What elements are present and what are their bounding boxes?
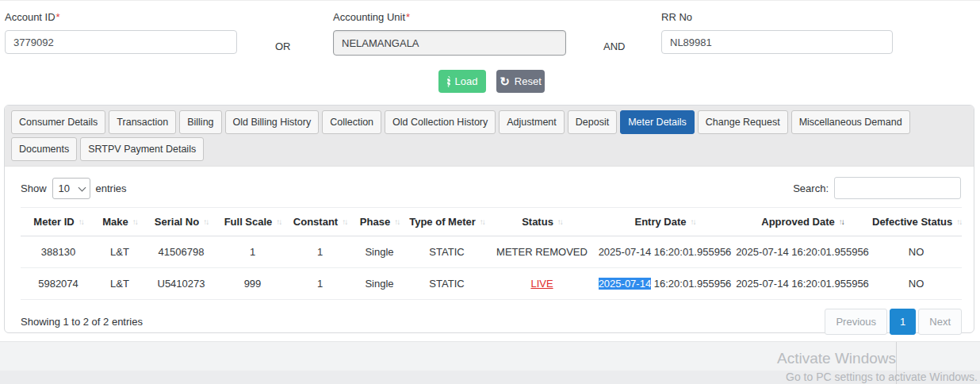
cell-entry-date: 2025-07-14 16:20:01.955956 [595,268,734,300]
column-header-constant[interactable]: Constant↑↓ [286,208,354,236]
column-header-serial-no[interactable]: Serial No↑↓ [144,208,219,236]
table-row: 388130 L&T 41506798 1 1 Single STATIC ME… [21,236,962,268]
rr-no-field-group: RR No [661,11,893,54]
column-header-full-scale[interactable]: Full Scale↑↓ [219,208,286,236]
cell-constant: 1 [286,236,354,268]
sort-icons: ↑↓ [691,218,695,226]
tab-old-collection-history[interactable]: Old Collection History [385,110,496,134]
entries-summary: Showing 1 to 2 of 2 entries [21,316,143,328]
activate-windows-subtitle: Go to PC settings to activate Windows. [786,371,978,383]
cell-type-of-meter: STATIC [405,236,488,268]
cell-type-of-meter: STATIC [405,268,488,300]
rr-no-input[interactable] [661,30,893,54]
account-id-label: Account ID* [5,11,237,23]
selected-text: 2025-07-14 [599,278,652,290]
refresh-icon: ↻ [500,75,510,87]
accounting-unit-field-group: Accounting Unit* [333,11,566,56]
cell-meter-id: 388130 [21,236,96,268]
cell-make: L&T [96,236,144,268]
sort-icons: ↑↓ [956,218,961,226]
pagination: Previous 1 Next [825,309,962,335]
previous-page-button[interactable]: Previous [825,309,887,335]
cell-full-scale: 999 [219,268,286,300]
column-header-meter-id[interactable]: Meter ID↑↓ [21,208,96,236]
cell-phase: Single [354,236,405,268]
cell-entry-date: 2025-07-14 16:20:01.955956 [595,236,734,268]
cell-serial-no: U5410273 [144,268,219,300]
tab-srtpv-payment-details[interactable]: SRTPV Payment Details [80,137,204,161]
live-status-link[interactable]: LIVE [530,278,553,290]
sort-icons: ↑↓ [480,218,484,226]
tab-old-billing-history[interactable]: Old Billing History [225,110,320,134]
tab-strip: Consumer Details Transaction Billing Old… [5,106,974,167]
cell-full-scale: 1 [219,236,286,268]
activate-windows-title: Activate Windows [777,350,896,367]
tab-transaction[interactable]: Transaction [109,110,176,134]
cell-defective-status: NO [871,268,962,300]
accounting-unit-input[interactable] [333,30,566,56]
meter-details-table: Meter ID↑↓ Make↑↓ Serial No↑↓ Full Scale… [21,207,962,300]
reset-button[interactable]: ↻ Reset [496,70,545,93]
spinner-icon [447,76,450,87]
page-1-button[interactable]: 1 [890,309,916,335]
sort-icons: ↑↓ [78,218,83,226]
accounting-unit-label: Accounting Unit* [333,11,566,23]
tab-billing[interactable]: Billing [179,110,221,134]
windows-watermark-band: Activate Windows Go to PC settings to ac… [0,341,980,384]
column-header-approved-date[interactable]: Approved Date↑↓ [734,208,871,236]
cell-approved-date: 2025-07-14 16:20:01.955956 [734,236,871,268]
page-size-select[interactable]: 10 [52,178,90,199]
tab-miscellaneous-demand[interactable]: Miscellaneous Demand [791,110,910,134]
consumer-detail-panel: Consumer Details Transaction Billing Old… [4,105,974,333]
sort-icons: ↑↓ [394,218,399,226]
and-label: AND [603,40,625,52]
search-input[interactable] [834,177,961,199]
cell-serial-no: 41506798 [144,236,219,268]
or-label: OR [275,40,291,52]
tab-change-request[interactable]: Change Request [698,110,788,134]
table-row: 5982074 L&T U5410273 999 1 Single STATIC… [21,268,962,300]
column-header-type-of-meter[interactable]: Type of Meter↑↓ [405,208,488,236]
load-button[interactable]: Load [438,70,486,93]
column-header-make[interactable]: Make↑↓ [96,208,144,236]
rr-no-label: RR No [661,11,893,23]
cell-make: L&T [96,268,144,300]
tab-meter-details[interactable]: Meter Details [620,110,695,134]
tab-adjustment[interactable]: Adjustment [499,110,565,134]
tab-collection[interactable]: Collection [322,110,381,134]
sort-icons: ↑↓ [132,218,137,226]
column-header-phase[interactable]: Phase↑↓ [354,208,405,236]
column-header-status[interactable]: Status↑↓ [488,208,595,236]
sort-icons: ↑↓ [557,218,562,226]
entries-label: entries [96,182,127,194]
next-page-button[interactable]: Next [918,309,962,335]
cell-meter-id: 5982074 [21,268,96,300]
sort-icons: ↑↓ [342,218,346,226]
cell-phase: Single [354,268,405,300]
sort-icons: ↑↓ [203,218,208,226]
cell-status: METER REMOVED [488,236,595,268]
required-asterisk: * [406,11,410,23]
cell-status: LIVE [488,268,595,300]
search-control: Search: [793,177,961,199]
cell-constant: 1 [286,268,354,300]
page-top-divider [0,0,980,1]
tab-documents[interactable]: Documents [11,137,77,161]
column-header-defective-status[interactable]: Defective Status↑↓ [871,208,962,236]
table-controls: Show 10 entries Search: [5,167,974,206]
tab-deposit[interactable]: Deposit [568,110,617,134]
required-asterisk: * [56,11,60,23]
sort-icons: ↑↓ [276,218,281,226]
cell-defective-status: NO [871,236,962,268]
show-label: Show [21,182,47,194]
page-size-control: Show 10 entries [21,178,127,199]
column-header-entry-date[interactable]: Entry Date↑↓ [595,208,734,236]
account-id-field-group: Account ID* [5,11,237,54]
table-header-row: Meter ID↑↓ Make↑↓ Serial No↑↓ Full Scale… [21,208,962,236]
cell-approved-date: 2025-07-14 16:20:01.955956 [734,268,871,300]
tab-consumer-details[interactable]: Consumer Details [11,110,105,134]
table-footer: Showing 1 to 2 of 2 entries Previous 1 N… [5,300,974,335]
sort-icons-sorted-desc: ↑↓ [839,218,844,226]
account-id-input[interactable] [5,30,237,54]
search-label: Search: [793,182,829,194]
